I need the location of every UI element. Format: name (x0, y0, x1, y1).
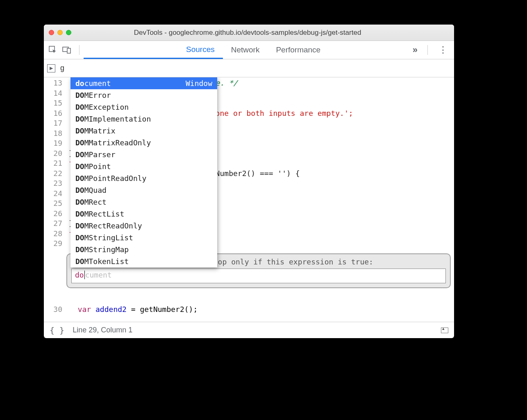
input-typed-text: do (75, 271, 84, 279)
autocomplete-match: do (75, 79, 84, 88)
line-number[interactable]: 27 (44, 219, 62, 229)
autocomplete-rest: MRectList (84, 210, 125, 218)
line-number[interactable]: 17 (44, 118, 62, 129)
drawer-toggle-icon[interactable] (441, 327, 448, 333)
autocomplete-rest: MTokenList (84, 257, 129, 266)
autocomplete-item[interactable]: DOMPointReadOnly (70, 172, 217, 184)
autocomplete-match: DO (75, 210, 84, 218)
autocomplete-match: DO (75, 126, 84, 135)
autocomplete-match: DO (75, 233, 84, 242)
divider (79, 45, 80, 55)
autocomplete-item[interactable]: DOMPoint (70, 160, 217, 172)
autocomplete-rest: MMatrixReadOnly (84, 138, 151, 147)
device-toolbar-icon[interactable] (61, 44, 73, 56)
sources-toolbar: ▶ g (44, 59, 454, 77)
titlebar: DevTools - googlechrome.github.io/devtoo… (44, 25, 454, 41)
line-number[interactable]: 16 (44, 108, 62, 119)
autocomplete-rest: MPoint (84, 162, 111, 171)
tabs-overflow-icon[interactable]: » (407, 45, 423, 55)
line-number[interactable]: 30 (44, 305, 66, 315)
line-number[interactable]: 24 (44, 189, 62, 199)
tab-network-label: Network (231, 45, 260, 54)
line-gutter[interactable]: 13 14 15 16 17 18 19 20 21 22 23 24 25 2… (44, 77, 66, 322)
tab-performance-label: Performance (276, 45, 320, 54)
autocomplete-rest: MException (84, 103, 129, 111)
line-number[interactable]: 15 (44, 98, 62, 108)
autocomplete-item[interactable]: document Window (70, 77, 217, 89)
line-number[interactable]: 28 (44, 229, 62, 239)
code-fragment: getNumber2(); (140, 305, 198, 314)
svg-rect-2 (67, 48, 70, 53)
autocomplete-rest: MStringList (84, 233, 133, 242)
autocomplete-popup[interactable]: document Window DOMError DOMException DO… (70, 77, 217, 267)
status-bar: { } Line 29, Column 1 (44, 322, 454, 338)
autocomplete-item[interactable]: DOMException (70, 101, 217, 113)
line-number[interactable]: 22 (44, 169, 62, 179)
code-line-30: var addend2 = getNumber2(); (69, 305, 198, 315)
autocomplete-item[interactable]: DOMMatrix (70, 125, 217, 137)
tab-performance[interactable]: Performance (268, 41, 329, 59)
open-file-chip[interactable]: g (60, 64, 64, 72)
autocomplete-type-hint: Window (186, 79, 212, 88)
minimize-window-button[interactable] (57, 30, 63, 35)
close-window-button[interactable] (49, 30, 54, 35)
line-number[interactable]: 25 (44, 199, 62, 209)
maximize-window-button[interactable] (66, 30, 71, 35)
line-number[interactable]: 21 (44, 158, 62, 169)
autocomplete-item[interactable]: DOMError (70, 89, 217, 101)
line-number[interactable]: 29 (44, 239, 62, 249)
tab-sources[interactable]: Sources (84, 41, 223, 59)
autocomplete-rest: cument (84, 79, 111, 88)
autocomplete-rest: MImplementation (84, 115, 151, 123)
inspect-element-icon[interactable] (47, 44, 59, 56)
breakpoint-expression-input[interactable]: document (71, 269, 446, 283)
traffic-lights (49, 30, 71, 35)
line-number[interactable]: 20 (44, 149, 62, 159)
autocomplete-item[interactable]: DOMRectReadOnly (70, 220, 217, 232)
code-fragment: = (127, 305, 140, 314)
line-number[interactable]: 19 (44, 138, 62, 149)
kebab-menu-icon[interactable]: ⋮ (432, 45, 454, 55)
autocomplete-match: DO (75, 257, 84, 266)
autocomplete-item[interactable]: DOMStringMap (70, 244, 217, 255)
autocomplete-match: DO (75, 103, 84, 111)
line-number[interactable]: 18 (44, 129, 62, 139)
autocomplete-item[interactable]: DOMMatrixReadOnly (70, 137, 217, 149)
autocomplete-item[interactable]: DOMParser (70, 149, 217, 160)
devtools-tabs: Sources Network Performance » ⋮ (44, 41, 454, 59)
code-editor[interactable]: 13 14 15 16 17 18 19 20 21 22 23 24 25 2… (44, 77, 454, 322)
autocomplete-item[interactable]: DOMRectList (70, 208, 217, 220)
autocomplete-rest: MRect (84, 198, 107, 206)
autocomplete-rest: MQuad (84, 186, 107, 194)
autocomplete-match: DO (75, 198, 84, 206)
code-fragment: var (69, 305, 95, 314)
line-number[interactable]: 13 (44, 78, 62, 88)
autocomplete-match: DO (75, 186, 84, 194)
autocomplete-match: DO (75, 91, 84, 99)
autocomplete-item[interactable]: DOMQuad (70, 184, 217, 196)
devtools-window: DevTools - googlechrome.github.io/devtoo… (44, 25, 454, 338)
code-fragment: r: one or both inputs are empty.'; (202, 109, 353, 117)
autocomplete-match: DO (75, 162, 84, 171)
tab-sources-label: Sources (186, 45, 215, 54)
line-number[interactable]: 14 (44, 88, 62, 99)
debugger-resume-icon[interactable]: ▶ (47, 64, 55, 72)
line-number[interactable]: 26 (44, 209, 62, 219)
autocomplete-item[interactable]: DOMTokenList (70, 255, 217, 267)
autocomplete-rest: MStringMap (84, 245, 129, 254)
pretty-print-icon[interactable]: { } (50, 325, 64, 335)
autocomplete-item[interactable]: DOMImplementation (70, 113, 217, 125)
divider (427, 45, 428, 55)
autocomplete-rest: MRectReadOnly (84, 221, 142, 230)
cursor-position: Line 29, Column 1 (73, 326, 132, 334)
autocomplete-item[interactable]: DOMStringList (70, 232, 217, 244)
autocomplete-match: DO (75, 245, 84, 254)
tab-network[interactable]: Network (223, 41, 268, 59)
input-ghost-text: cument (85, 271, 112, 279)
line-number[interactable]: 23 (44, 178, 62, 189)
autocomplete-rest: MMatrix (84, 126, 116, 135)
autocomplete-match: DO (75, 115, 84, 123)
autocomplete-item[interactable]: DOMRect (70, 196, 217, 208)
autocomplete-match: DO (75, 174, 84, 183)
autocomplete-rest: MPointReadOnly (84, 174, 147, 183)
